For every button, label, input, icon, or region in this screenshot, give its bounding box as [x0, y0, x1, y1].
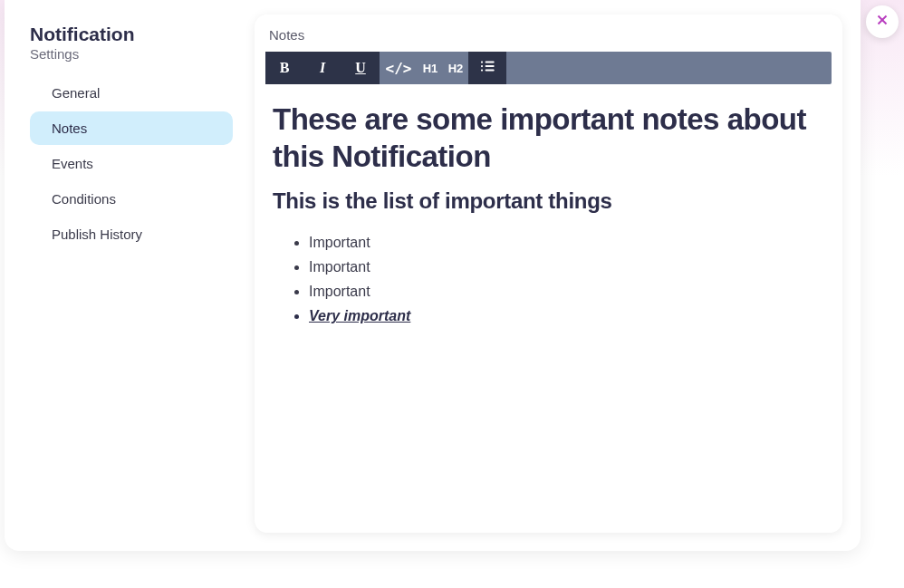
sidebar-item-label: Events [52, 156, 93, 171]
h1-button[interactable]: H1 [418, 52, 443, 84]
close-icon [874, 12, 890, 32]
italic-button[interactable]: I [303, 52, 341, 84]
sidebar-item-notes[interactable]: Notes [30, 111, 233, 145]
editor-toolbar: B I U </> H1 H2 [265, 52, 832, 84]
list-icon [479, 58, 495, 78]
panel-header: Notes [255, 14, 842, 52]
sidebar-item-publish-history[interactable]: Publish History [30, 217, 233, 251]
bold-button[interactable]: B [265, 52, 303, 84]
editor-content[interactable]: These are some important notes about thi… [255, 84, 842, 533]
sidebar-nav: General Notes Events Conditions Publish … [30, 76, 233, 251]
content-heading-2: This is the list of important things [273, 188, 824, 214]
list-item: Important [309, 279, 824, 304]
content-bullet-list: Important Important Important Very impor… [273, 230, 824, 329]
underline-button[interactable]: U [341, 52, 380, 84]
sidebar-item-general[interactable]: General [30, 76, 233, 110]
h2-button[interactable]: H2 [443, 52, 468, 84]
sidebar-item-label: Publish History [52, 227, 142, 242]
page-subtitle: Settings [30, 46, 233, 62]
toolbar-group-list [468, 52, 506, 84]
editor-panel: Notes B I U </> H1 H2 [255, 14, 842, 533]
sidebar-item-label: Conditions [52, 191, 116, 207]
content-heading-1: These are some important notes about thi… [273, 101, 824, 176]
content-area: Notes B I U </> H1 H2 [240, 0, 861, 551]
sidebar-item-label: Notes [52, 120, 87, 136]
toolbar-group-blocks: </> H1 H2 [380, 52, 468, 84]
bullet-list-button[interactable] [468, 52, 506, 84]
sidebar-item-events[interactable]: Events [30, 147, 233, 180]
svg-point-1 [481, 65, 483, 67]
toolbar-group-formatting: B I U [265, 52, 380, 84]
list-item: Important [309, 255, 824, 279]
svg-point-0 [481, 61, 483, 63]
page-title: Notification [30, 22, 233, 46]
list-item: Important [309, 230, 824, 255]
settings-panel: Notification Settings General Notes Even… [5, 0, 861, 551]
list-item: Very important [309, 304, 824, 328]
sidebar-item-label: General [52, 85, 100, 101]
sidebar-item-conditions[interactable]: Conditions [30, 182, 233, 216]
code-button[interactable]: </> [380, 52, 418, 84]
svg-point-2 [481, 69, 483, 71]
close-button[interactable] [866, 5, 899, 38]
sidebar: Notification Settings General Notes Even… [5, 0, 240, 551]
